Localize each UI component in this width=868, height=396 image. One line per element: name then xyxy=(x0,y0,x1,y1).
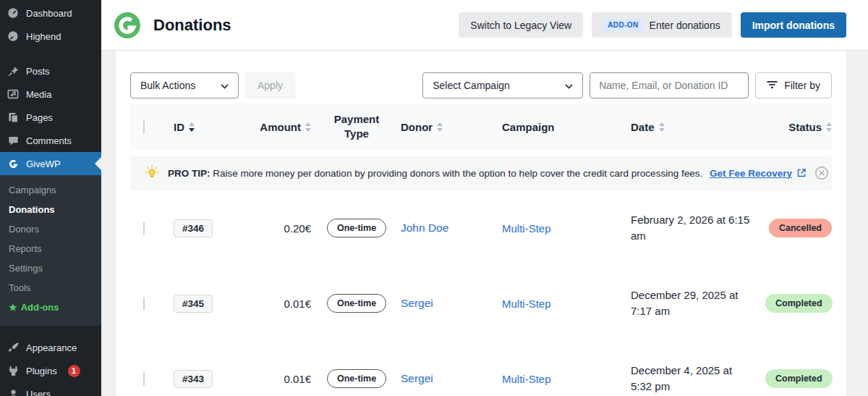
list-toolbar: Bulk Actions Apply Select Campaign Filte… xyxy=(130,72,832,98)
sidebar-item-givewp[interactable]: GiveWP xyxy=(0,152,101,175)
select-campaign-value: Select Campaign xyxy=(433,80,510,91)
lightbulb-icon xyxy=(145,165,159,182)
donor-link[interactable]: John Doe xyxy=(401,222,493,235)
addons-label: Add-ons xyxy=(21,302,59,313)
submenu-item-addons[interactable]: ★ Add-ons xyxy=(0,298,101,317)
donation-id-badge[interactable]: #345 xyxy=(174,295,213,313)
donation-id-badge[interactable]: #346 xyxy=(174,219,213,237)
table-row: #343 0.01€ One-time Sergei Multi-Step De… xyxy=(130,341,832,396)
sidebar-item-appearance[interactable]: Appearance xyxy=(0,336,101,359)
submenu-item-settings[interactable]: Settings xyxy=(0,258,101,278)
wp-admin-sidebar: Dashboard Highend Posts Media Pages xyxy=(0,0,101,396)
donor-link[interactable]: Sergei xyxy=(401,297,493,310)
pro-tip-label: PRO TIP: xyxy=(168,168,210,179)
paintbrush-icon xyxy=(7,341,20,354)
sort-donor-control[interactable] xyxy=(437,122,443,132)
sidebar-item-users[interactable]: Users xyxy=(0,382,101,396)
pushpin-icon xyxy=(7,64,20,77)
table-row: #346 0.20€ One-time John Doe Multi-Step … xyxy=(130,190,832,266)
dashboard-icon xyxy=(7,7,20,20)
sidebar-item-pages[interactable]: Pages xyxy=(0,106,101,129)
donation-date: December 4, 2025 at 5:32 pm xyxy=(615,363,765,395)
sidebar-item-label: Comments xyxy=(26,135,72,146)
sort-date-control[interactable] xyxy=(659,122,665,132)
pages-icon xyxy=(7,111,20,124)
column-header-status: Status xyxy=(788,121,822,133)
donation-amount: 0.01€ xyxy=(231,298,312,310)
enter-donations-button[interactable]: ADD-ON Enter donations xyxy=(592,12,731,38)
sidebar-item-comments[interactable]: Comments xyxy=(0,129,101,152)
chevron-down-icon xyxy=(565,80,573,91)
submenu-item-campaigns[interactable]: Campaigns xyxy=(0,180,101,200)
column-header-payment-type: Payment Type xyxy=(331,112,383,142)
submenu-item-tools[interactable]: Tools xyxy=(0,278,101,298)
sidebar-item-label: Plugins xyxy=(26,366,57,376)
sidebar-item-label: GiveWP xyxy=(26,159,61,169)
status-badge: Cancelled xyxy=(769,219,832,237)
row-checkbox[interactable] xyxy=(143,222,145,235)
star-icon: ★ xyxy=(9,302,17,313)
givewp-submenu: Campaigns Donations Donors Reports Setti… xyxy=(0,175,101,326)
givewp-logo xyxy=(114,12,140,38)
plugins-update-badge: 1 xyxy=(68,365,80,377)
filter-by-button[interactable]: Filter by xyxy=(755,72,832,98)
filter-by-label: Filter by xyxy=(784,80,820,91)
sidebar-item-media[interactable]: Media xyxy=(0,83,101,106)
submenu-item-reports[interactable]: Reports xyxy=(0,239,101,258)
status-badge: Completed xyxy=(765,369,833,388)
select-all-checkbox[interactable] xyxy=(143,120,145,134)
addon-badge: ADD-ON xyxy=(603,19,642,31)
sidebar-item-dashboard[interactable]: Dashboard xyxy=(0,1,101,25)
get-fee-recovery-link[interactable]: Get Fee Recovery xyxy=(710,168,792,179)
donation-amount: 0.01€ xyxy=(231,373,312,385)
switch-legacy-view-button[interactable]: Switch to Legacy View xyxy=(459,12,583,38)
select-campaign-dropdown[interactable]: Select Campaign xyxy=(422,72,583,98)
media-icon xyxy=(7,88,20,101)
donation-date: December 29, 2025 at 7:17 am xyxy=(615,287,765,320)
pro-tip-banner: PRO TIP: Raise more money per donation b… xyxy=(130,156,832,190)
dismiss-banner-button[interactable] xyxy=(814,166,829,180)
donation-id-badge[interactable]: #343 xyxy=(174,370,213,388)
row-checkbox[interactable] xyxy=(143,297,145,311)
sort-status-control[interactable] xyxy=(826,122,832,132)
submenu-item-donors[interactable]: Donors xyxy=(0,219,101,239)
sidebar-item-highend[interactable]: Highend xyxy=(0,25,101,48)
campaign-link[interactable]: Multi-Step xyxy=(493,298,615,310)
filter-icon xyxy=(767,80,778,91)
search-input[interactable] xyxy=(590,72,749,98)
donations-panel: Bulk Actions Apply Select Campaign Filte… xyxy=(116,51,846,396)
app-window: Dashboard Highend Posts Media Pages xyxy=(0,0,868,396)
plugin-icon xyxy=(7,364,20,377)
sidebar-item-label: Media xyxy=(26,89,51,100)
apply-button[interactable]: Apply xyxy=(245,72,295,98)
campaign-link[interactable]: Multi-Step xyxy=(493,222,615,235)
sort-amount-control[interactable] xyxy=(305,122,311,132)
sort-id-control[interactable] xyxy=(189,122,195,132)
submenu-item-donations[interactable]: Donations xyxy=(0,200,101,219)
sidebar-item-label: Users xyxy=(26,389,51,396)
page-header: Donations Switch to Legacy View ADD-ON E… xyxy=(101,0,868,51)
import-donations-button[interactable]: Import donations xyxy=(741,12,846,38)
page-title: Donations xyxy=(153,16,231,35)
donor-link[interactable]: Sergei xyxy=(401,372,493,385)
main-content: Donations Switch to Legacy View ADD-ON E… xyxy=(101,0,868,396)
row-checkbox[interactable] xyxy=(143,372,145,386)
sidebar-item-label: Pages xyxy=(26,112,53,123)
bulk-actions-value: Bulk Actions xyxy=(140,80,195,91)
external-link-icon xyxy=(797,169,806,177)
comment-icon xyxy=(7,134,20,147)
sidebar-item-label: Appearance xyxy=(26,342,77,353)
payment-type-pill: One-time xyxy=(327,219,386,237)
column-header-amount: Amount xyxy=(260,121,301,133)
campaign-link[interactable]: Multi-Step xyxy=(493,373,615,385)
sidebar-item-posts[interactable]: Posts xyxy=(0,59,101,83)
bulk-actions-select[interactable]: Bulk Actions xyxy=(130,72,239,98)
pro-tip-text: Raise more money per donation by providi… xyxy=(213,168,702,179)
user-icon xyxy=(7,387,20,396)
sidebar-item-plugins[interactable]: Plugins 1 xyxy=(0,359,101,382)
givewp-icon xyxy=(7,157,20,170)
column-header-campaign: Campaign xyxy=(502,121,555,133)
sidebar-item-label: Dashboard xyxy=(26,8,72,19)
enter-donations-label: Enter donations xyxy=(650,20,720,31)
payment-type-pill: One-time xyxy=(327,294,386,313)
